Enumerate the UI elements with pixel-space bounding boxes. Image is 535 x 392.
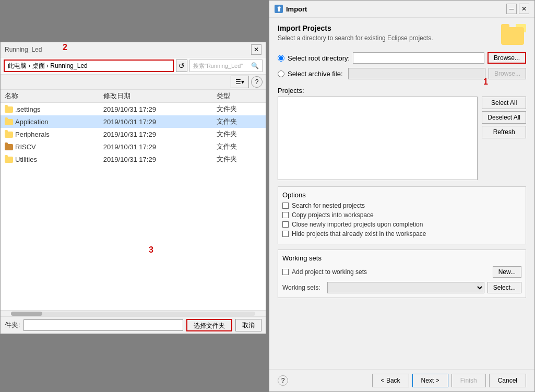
- ws-select-row: Working sets: Select...: [282, 282, 521, 293]
- ws-checkbox[interactable]: [282, 269, 289, 275]
- minimize-button[interactable]: ─: [506, 4, 517, 14]
- select-root-radio[interactable]: [278, 55, 284, 62]
- dialog-header: Import Projects Select a directory to se…: [278, 24, 526, 45]
- next-button[interactable]: Next >: [412, 374, 448, 387]
- close-dialog-button[interactable]: ✕: [519, 4, 529, 14]
- projects-section: Projects: Select All Deselect All Refres…: [278, 87, 526, 180]
- import-dialog: ⬆ Import ─ ✕ Import Projects Select a di…: [269, 0, 535, 392]
- select-working-set-button[interactable]: Select...: [488, 282, 521, 293]
- projects-buttons: Select All Deselect All Refresh: [482, 97, 526, 180]
- select-archive-row: Select archive file: Browse...: [278, 68, 526, 79]
- table-row[interactable]: Peripherals 2019/10/31 17:29 文件夹: [1, 128, 266, 140]
- horizontal-scrollbar[interactable]: [1, 310, 266, 316]
- option-checkbox-1[interactable]: [282, 203, 289, 209]
- deselect-all-button[interactable]: Deselect All: [482, 111, 526, 124]
- file-type: 文件夹: [212, 103, 266, 116]
- refresh-button[interactable]: Refresh: [482, 126, 526, 138]
- breadcrumb[interactable]: 此电脑 › 桌面 › Running_Led: [4, 60, 174, 72]
- fe-window-title: Running_Led: [5, 46, 42, 53]
- file-name: Application: [15, 118, 49, 126]
- projects-label: Projects:: [278, 87, 526, 94]
- file-modified: 2019/10/31 17:29: [99, 128, 212, 140]
- folder-icon: [5, 119, 13, 125]
- option-checkbox-3[interactable]: [282, 221, 289, 228]
- dialog-controls: ─ ✕: [506, 4, 529, 14]
- back-button[interactable]: < Back: [372, 374, 409, 387]
- cancel-dialog-button[interactable]: Cancel: [489, 374, 526, 387]
- dialog-title-area: ⬆ Import: [275, 5, 307, 13]
- finish-button[interactable]: Finish: [451, 374, 486, 387]
- big-folder-icon: [501, 27, 524, 45]
- footer-buttons: < Back Next > Finish Cancel: [372, 374, 526, 387]
- dialog-titlebar: ⬆ Import ─ ✕: [269, 1, 534, 18]
- annotation-2: 2: [63, 43, 67, 52]
- add-project-label: Add project to working sets: [292, 268, 367, 276]
- table-row[interactable]: .settings 2019/10/31 17:29 文件夹: [1, 103, 266, 116]
- option-checkbox-4[interactable]: [282, 231, 289, 237]
- working-sets-select[interactable]: [327, 282, 484, 293]
- table-row[interactable]: Application 2019/10/31 17:29 文件夹: [1, 115, 266, 128]
- address-bar: 此电脑 › 桌面 › Running_Led ↺ 搜索"Running_Led"…: [1, 57, 266, 75]
- file-type: 文件夹: [212, 140, 266, 153]
- folder-icon: [5, 144, 13, 150]
- file-list-area: 名称 修改日期 类型 .settings 2019/10/31 17:29 文件…: [1, 90, 266, 310]
- archive-file-input[interactable]: [348, 68, 485, 79]
- working-sets-section: Working sets Add project to working sets…: [278, 250, 526, 298]
- col-modified[interactable]: 修改日期: [99, 90, 212, 103]
- select-folder-button[interactable]: 选择文件夹: [186, 319, 232, 331]
- browse-root-button[interactable]: Browse...: [488, 52, 526, 64]
- fe-toolbar: ☰▾ ?: [1, 75, 266, 90]
- col-type[interactable]: 类型: [212, 90, 266, 103]
- projects-list[interactable]: [278, 97, 478, 180]
- file-explorer-titlebar: Running_Led ✕: [1, 42, 266, 57]
- help-button[interactable]: ?: [251, 76, 263, 88]
- file-explorer-window: Running_Led ✕ 此电脑 › 桌面 › Running_Led ↺ 搜…: [0, 42, 266, 334]
- projects-container: Select All Deselect All Refresh: [278, 97, 526, 180]
- filename-label: 件夹:: [5, 320, 20, 330]
- help-button[interactable]: ?: [278, 375, 288, 386]
- file-type: 文件夹: [212, 115, 266, 128]
- filename-area: 件夹: 选择文件夹 取消: [1, 316, 266, 334]
- search-box[interactable]: 搜索"Running_Led" 🔍: [189, 60, 263, 72]
- file-name: .settings: [15, 105, 40, 113]
- dialog-header-text: Import Projects Select a directory to se…: [278, 24, 433, 42]
- dialog-footer: ? < Back Next > Finish Cancel: [269, 369, 534, 391]
- select-archive-radio[interactable]: [278, 70, 284, 77]
- footer-left: ?: [278, 375, 288, 386]
- working-sets-label: Working sets: [282, 254, 521, 262]
- cancel-folder-button[interactable]: 取消: [235, 319, 261, 331]
- file-name: Peripherals: [15, 130, 50, 138]
- select-archive-label: Select archive file:: [288, 70, 345, 78]
- folder-icon: [5, 157, 13, 163]
- search-icon: 🔍: [251, 62, 259, 69]
- option-row-1: Search for nested projects: [282, 202, 521, 209]
- breadcrumb-text: 此电脑 › 桌面 › Running_Led: [8, 62, 88, 70]
- new-working-set-button[interactable]: New...: [493, 266, 521, 278]
- dialog-main-title: Import Projects: [278, 24, 433, 32]
- option-text-1: Search for nested projects: [292, 202, 365, 209]
- ws-left: Add project to working sets: [282, 268, 367, 276]
- table-row[interactable]: RISCV 2019/10/31 17:29 文件夹: [1, 140, 266, 153]
- file-modified: 2019/10/31 17:29: [99, 153, 212, 165]
- folder-icon: [5, 132, 13, 138]
- fe-close-button[interactable]: ✕: [251, 44, 261, 55]
- refresh-nav-button[interactable]: ↺: [176, 60, 187, 72]
- view-options-button[interactable]: ☰▾: [231, 76, 249, 88]
- file-modified: 2019/10/31 17:29: [99, 140, 212, 153]
- option-checkbox-2[interactable]: [282, 212, 289, 218]
- import-icon: ⬆: [275, 5, 283, 13]
- option-text-3: Close newly imported projects upon compl…: [292, 221, 423, 228]
- root-directory-input[interactable]: [353, 52, 484, 64]
- cloud-icon: ⬆: [276, 5, 282, 13]
- filename-input[interactable]: [23, 319, 183, 331]
- file-name: RISCV: [15, 143, 36, 151]
- select-all-button[interactable]: Select All: [482, 97, 526, 109]
- file-table: 名称 修改日期 类型 .settings 2019/10/31 17:29 文件…: [1, 90, 266, 165]
- option-row-3: Close newly imported projects upon compl…: [282, 221, 521, 228]
- browse-archive-button[interactable]: Browse...: [489, 68, 526, 79]
- ws-checkbox-row: Add project to working sets New...: [282, 266, 521, 278]
- table-row[interactable]: Utilities 2019/10/31 17:29 文件夹: [1, 153, 266, 165]
- file-type: 文件夹: [212, 128, 266, 140]
- annotation-3: 3: [149, 245, 153, 255]
- col-name[interactable]: 名称: [1, 90, 99, 103]
